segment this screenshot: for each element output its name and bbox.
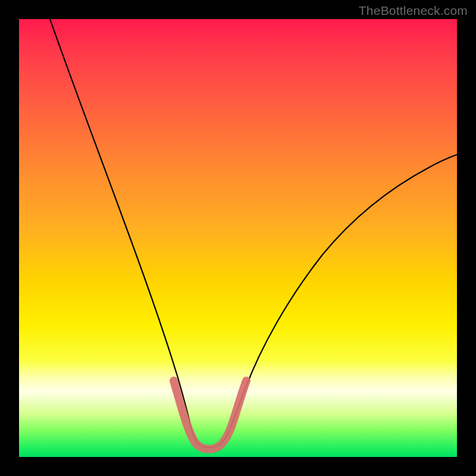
curve-svg bbox=[19, 19, 457, 457]
optimal-region-highlight bbox=[174, 381, 246, 449]
bottleneck-curve bbox=[50, 19, 457, 447]
watermark-text: TheBottleneck.com bbox=[359, 4, 468, 18]
chart-frame: TheBottleneck.com bbox=[0, 0, 476, 476]
plot-area bbox=[19, 19, 457, 457]
